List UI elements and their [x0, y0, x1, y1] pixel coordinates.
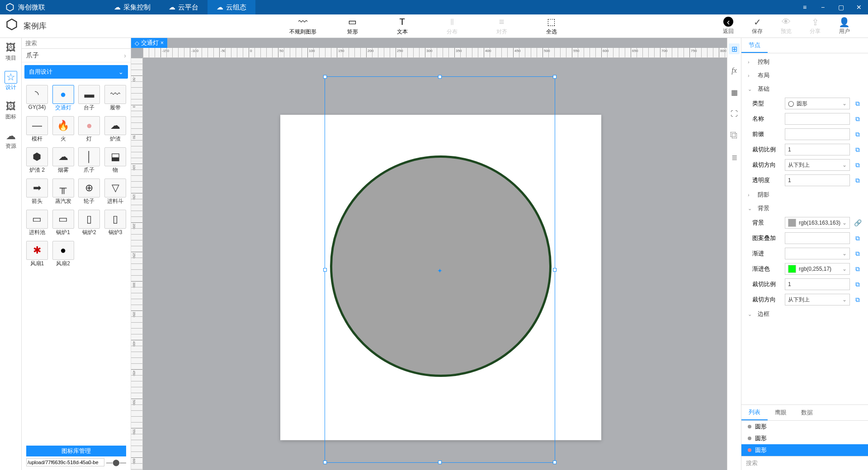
section-shadow[interactable]: ›阴影 — [741, 188, 868, 202]
section-layout[interactable]: ›布局 — [741, 69, 868, 82]
prop-tab-node[interactable]: 节点 — [741, 38, 768, 53]
canvas-tab[interactable]: ◇ 交通灯 × — [131, 38, 167, 48]
lib-item-台子[interactable]: ▬台子 — [77, 83, 102, 113]
type-select[interactable]: ◯圆形 — [785, 98, 850, 109]
lib-item-进料斗[interactable]: ▽进料斗 — [103, 177, 128, 207]
link-icon[interactable]: ⧉ — [854, 265, 862, 273]
action-返回[interactable]: ‹返回 — [723, 17, 734, 35]
handle-bm[interactable] — [438, 461, 442, 464]
toolstrip-fullscreen[interactable]: ⛶ — [729, 108, 740, 119]
link-icon[interactable]: ⧉ — [854, 296, 862, 304]
link-icon[interactable]: 🔗 — [854, 219, 862, 226]
handle-tm[interactable] — [438, 75, 442, 79]
action-保存[interactable]: ✓保存 — [752, 17, 763, 35]
maximize-button[interactable]: ▢ — [832, 0, 850, 14]
lib-item-蒸汽发[interactable]: ╥蒸汽发 — [51, 177, 76, 207]
link-icon[interactable]: ⧉ — [854, 115, 862, 123]
handle-tr[interactable] — [553, 75, 557, 79]
action-用户[interactable]: 👤用户 — [839, 17, 850, 35]
lib-item-GY(34)[interactable]: ◝GY(34) — [24, 83, 50, 113]
clipratio2-input[interactable]: 1 — [785, 278, 850, 290]
link-icon[interactable]: ⧉ — [854, 100, 862, 108]
lib-item-轮子[interactable]: ⊕轮子 — [77, 177, 102, 207]
subtab-列表[interactable]: 列表 — [741, 405, 768, 420]
handle-mr[interactable] — [553, 268, 557, 272]
canvas-area[interactable]: ◇ 交通灯 × -150-100-50050100150200250300350… — [131, 38, 727, 470]
lib-item-风扇2[interactable]: ●风扇2 — [51, 239, 76, 269]
nav-设计[interactable]: ☆设计 — [5, 71, 17, 91]
nav-图标[interactable]: 🖼图标 — [5, 100, 17, 121]
subtab-数据[interactable]: 数据 — [794, 405, 820, 420]
link-icon[interactable]: ⧉ — [854, 146, 862, 154]
clipdir-select[interactable]: 从下到上 — [785, 159, 850, 171]
menu-云组态[interactable]: ☁云组态 — [208, 0, 255, 14]
toolstrip-layers[interactable]: ⿻ — [729, 130, 740, 141]
lib-item-交通灯[interactable]: ●交通灯 — [51, 83, 76, 113]
prefix-input[interactable] — [785, 128, 850, 140]
link-icon[interactable]: ⧉ — [854, 161, 862, 169]
list-item[interactable]: 圆形 — [741, 444, 868, 456]
nav-项目[interactable]: 🖼项目 — [5, 42, 17, 62]
library-breadcrumb[interactable]: 爪子 › — [22, 49, 131, 62]
close-tab-icon[interactable]: × — [160, 40, 164, 46]
link-icon[interactable]: ⧉ — [854, 250, 862, 258]
handle-ml[interactable] — [323, 268, 327, 272]
pattern-input[interactable] — [785, 232, 850, 244]
list-item[interactable]: 圆形 — [741, 432, 868, 444]
section-basic[interactable]: ⌄基础 — [741, 82, 868, 96]
lib-item-火[interactable]: 🔥火 — [51, 114, 76, 145]
minimize-button[interactable]: − — [814, 0, 832, 14]
lib-item-锅炉2[interactable]: ▯锅炉2 — [77, 208, 102, 238]
lib-item-风扇1[interactable]: ✱风扇1 — [24, 239, 50, 269]
lib-item-炉渣 2[interactable]: ⬢炉渣 2 — [24, 146, 50, 176]
section-control[interactable]: ›控制 — [741, 55, 868, 69]
lib-item-箭头[interactable]: ➡箭头 — [24, 177, 50, 207]
tool-全选[interactable]: ⬚全选 — [538, 16, 565, 36]
lib-item-烟雾[interactable]: ☁烟雾 — [51, 146, 76, 176]
link-icon[interactable]: ⧉ — [854, 131, 862, 138]
bg-color-select[interactable]: rgb(163,163,163) — [785, 217, 850, 229]
menu-icon[interactable]: ≡ — [796, 0, 814, 14]
lib-item-炉渣[interactable]: ☁炉渣 — [103, 114, 128, 145]
asset-path-input[interactable] — [26, 458, 104, 466]
name-input[interactable] — [785, 113, 850, 125]
handle-br[interactable] — [553, 461, 557, 464]
tool-矩形[interactable]: ▭矩形 — [339, 16, 366, 36]
link-icon[interactable]: ⧉ — [854, 177, 862, 184]
link-icon[interactable]: ⧉ — [854, 281, 862, 288]
lib-item-灯[interactable]: ●灯 — [77, 114, 102, 145]
menu-采集控制[interactable]: ☁采集控制 — [105, 0, 160, 14]
section-border[interactable]: ⌄边框 — [741, 307, 868, 321]
lib-item-履带[interactable]: 〰履带 — [103, 83, 128, 113]
toolstrip-list[interactable]: ≣ — [729, 152, 740, 163]
lib-item-模杆[interactable]: —模杆 — [24, 114, 50, 145]
manage-icons-button[interactable]: 图标库管理 — [26, 446, 126, 456]
handle-bl[interactable] — [323, 461, 327, 464]
gradient-select[interactable] — [785, 248, 850, 259]
link-icon[interactable]: ⧉ — [854, 235, 862, 242]
lib-item-进料池[interactable]: ▭进料池 — [24, 208, 50, 238]
slider-icon[interactable]: —⬤— — [106, 459, 126, 466]
library-search-input[interactable] — [22, 38, 131, 48]
close-button[interactable]: ✕ — [850, 0, 868, 14]
lib-item-爪子[interactable]: │爪子 — [77, 146, 102, 176]
toolstrip-table[interactable]: ▦ — [729, 87, 740, 98]
selection-box[interactable]: ✦ — [325, 76, 555, 463]
gradient-color-select[interactable]: rgb(0,255,17) — [785, 263, 850, 275]
toolstrip-formula[interactable]: fx — [729, 65, 740, 76]
handle-tl[interactable] — [323, 75, 327, 79]
lib-item-锅炉1[interactable]: ▭锅炉1 — [51, 208, 76, 238]
clipdir2-select[interactable]: 从下到上 — [785, 294, 850, 306]
lib-item-锅炉3[interactable]: ▯锅炉3 — [103, 208, 128, 238]
opacity-input[interactable]: 1 — [785, 174, 850, 186]
list-search[interactable]: 搜索 — [741, 456, 868, 470]
subtab-鹰眼[interactable]: 鹰眼 — [768, 405, 794, 420]
clipratio-input[interactable]: 1 — [785, 144, 850, 155]
tool-文本[interactable]: T文本 — [389, 16, 416, 36]
section-background[interactable]: ⌄背景 — [741, 202, 868, 215]
toolstrip-grid[interactable]: ⊞ — [729, 43, 740, 54]
list-item[interactable]: 圆形 — [741, 421, 868, 432]
nav-资源[interactable]: ☁资源 — [5, 130, 17, 150]
tool-不规则图形[interactable]: 〰不规则图形 — [289, 16, 316, 36]
group-header[interactable]: 自用设计 ⌄ — [24, 65, 128, 79]
